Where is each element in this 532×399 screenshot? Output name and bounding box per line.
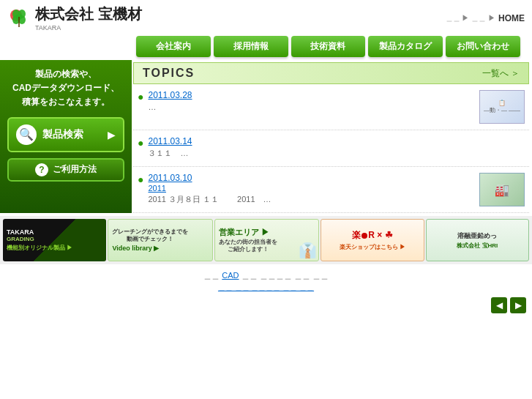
topic-item-1: ● 2011.03.28 … 📋 —動・— —— xyxy=(133,84,529,130)
banner-hri[interactable]: 溶融亜鉛めっ 株式会社 宝HRI xyxy=(426,219,529,261)
prev-icon[interactable]: ◀ xyxy=(491,297,507,313)
banner-hri-sub: 株式会社 宝HRI xyxy=(457,242,498,250)
sidebar-tagline: 製品の検索や、 CADデータダウンロード、 積算をおこなえます。 xyxy=(7,67,124,110)
logo-icon xyxy=(7,7,31,30)
banner-video-title: グレーチングができるまでを動画でチェック！ xyxy=(112,228,188,244)
banner-rakuten[interactable]: 楽R × ☘ 楽天ショップはこちら ▶ xyxy=(321,219,424,261)
nav-contact[interactable]: お問い合わせ xyxy=(446,36,520,57)
topic-body-3: 2011.03.10 2011 2011 ３月８日 １１ 2011 … xyxy=(148,173,475,205)
topic-sub-date-3[interactable]: 2011 xyxy=(148,184,475,193)
nav-catalog[interactable]: 製品カタログ xyxy=(368,36,443,57)
topic-desc-1: … xyxy=(148,102,156,111)
banner-sales[interactable]: 営業エリア ▶ あなたの街の担当者をご紹介します！ 👔 xyxy=(214,219,319,261)
person-icon: 👔 xyxy=(299,242,317,259)
nav-company[interactable]: 会社案内 xyxy=(136,36,211,57)
banner-rakuten-sub: 楽天ショップはこちら ▶ xyxy=(340,243,405,251)
banner-takara-grade: GRADING xyxy=(7,236,34,242)
topics-list: ● 2011.03.28 … 📋 —動・— —— ● xyxy=(132,84,532,213)
topics-title: TOPICS xyxy=(143,67,195,80)
search-btn-text: 製品検索 xyxy=(42,128,83,141)
topics-header: TOPICS 一覧へ ＞ xyxy=(133,62,529,84)
search-icon: 🔍 xyxy=(16,124,37,145)
banner-video[interactable]: グレーチングができるまでを動画でチェック！ Video library ▶ xyxy=(108,219,212,261)
topic-date-1[interactable]: 2011.03.28 xyxy=(148,90,475,100)
header: 株式会社 宝機材 TAKARA ＿＿ ▶ ＿＿ ▶ HOME xyxy=(0,0,532,33)
topic-date-3[interactable]: 2011.03.10 xyxy=(148,173,475,183)
sidebar: 製品の検索や、 CADデータダウンロード、 積算をおこなえます。 🔍 製品検索 … xyxy=(0,60,132,213)
footer-cad-link[interactable]: CAD xyxy=(222,271,239,280)
footer-cad-label: ＿＿ xyxy=(203,271,222,280)
footer-links[interactable]: ＿＿ ＿＿ ＿＿＿＿ ＿＿ ＿＿ xyxy=(218,283,314,291)
logo-text: 株式会社 宝機材 xyxy=(35,4,142,24)
how-to-button[interactable]: ? ご利用方法 xyxy=(7,158,124,182)
topic-body-2: 2011.03.14 ３１１ … xyxy=(148,136,525,160)
banner-sales-title: 営業エリア ▶ xyxy=(219,227,269,238)
main-layout: 製品の検索や、 CADデータダウンロード、 積算をおこなえます。 🔍 製品検索 … xyxy=(0,60,532,213)
breadcrumb-line: ＿＿ ▶ ＿＿ ▶ xyxy=(446,13,495,23)
banner-rakuten-title: 楽R × ☘ xyxy=(352,229,392,242)
banner-video-sub: Video library ▶ xyxy=(112,245,159,252)
topic-thumb-3: 🏭 xyxy=(479,173,525,206)
bullet-icon-1: ● xyxy=(138,91,143,102)
topic-date-2[interactable]: 2011.03.14 xyxy=(148,136,525,146)
banner-takara-sub: 機能別オリジナル製品 ▶ xyxy=(7,244,72,252)
breadcrumb-area: ＿＿ ▶ ＿＿ ▶ HOME xyxy=(446,13,525,23)
topic-item-3: ● 2011.03.10 2011 2011 ３月８日 １１ 2011 … 🏭 xyxy=(133,167,529,213)
topic-thumb-1: 📋 —動・— —— xyxy=(479,90,525,124)
logo-area: 株式会社 宝機材 TAKARA xyxy=(7,4,142,31)
banner-sales-sub: あなたの街の担当者をご紹介します！ xyxy=(219,239,277,254)
product-search-button[interactable]: 🔍 製品検索 ▶ xyxy=(7,117,124,152)
bullet-icon-3: ● xyxy=(138,174,143,185)
topics-all-link[interactable]: 一覧へ ＞ xyxy=(482,67,520,80)
nav-recruit[interactable]: 採用情報 xyxy=(214,36,288,57)
footer-area: ＿＿ CAD ＿＿ ＿＿＿＿ ＿＿ ＿＿ ＿＿ ＿＿ ＿＿＿＿ ＿＿ ＿＿ xyxy=(0,264,532,294)
banner-hri-title: 溶融亜鉛めっ xyxy=(457,231,497,241)
footer-links-row: ＿＿ ＿＿ ＿＿＿＿ ＿＿ ＿＿ xyxy=(3,283,529,293)
question-icon: ? xyxy=(35,163,48,176)
bottom-nav: ◀ ▶ xyxy=(0,294,532,316)
search-arrow-icon: ▶ xyxy=(108,129,116,141)
banner-takara-title: TAKARA xyxy=(7,228,34,236)
bullet-icon-2: ● xyxy=(138,137,143,149)
topic-item-2: ● 2011.03.14 ３１１ … xyxy=(133,130,529,167)
footer-cad-row: ＿＿ CAD ＿＿ ＿＿＿＿ ＿＿ ＿＿ xyxy=(3,270,529,281)
banner-area: TAKARA GRADING 機能別オリジナル製品 ▶ グレーチングができるまで… xyxy=(0,216,532,264)
content-area: TOPICS 一覧へ ＞ ● 2011.03.28 … 📋 —動・— —— xyxy=(132,60,532,213)
topic-desc-2: ３１１ … xyxy=(148,148,525,159)
topic-body-1: 2011.03.28 … xyxy=(148,90,475,112)
nav-technical[interactable]: 技術資料 xyxy=(291,36,366,57)
footer-cad-rest: ＿＿ ＿＿＿＿ ＿＿ ＿＿ xyxy=(241,271,329,280)
home-link[interactable]: HOME xyxy=(498,13,525,23)
topic-desc-3: 2011 ３月８日 １１ 2011 … xyxy=(148,194,475,205)
how-to-text: ご利用方法 xyxy=(53,163,97,176)
nav-bar: 会社案内 採用情報 技術資料 製品カタログ お問い合わせ xyxy=(130,33,526,60)
banner-takara[interactable]: TAKARA GRADING 機能別オリジナル製品 ▶ xyxy=(3,219,106,261)
next-icon[interactable]: ▶ xyxy=(510,297,526,313)
logo-sub: TAKARA xyxy=(35,24,142,31)
